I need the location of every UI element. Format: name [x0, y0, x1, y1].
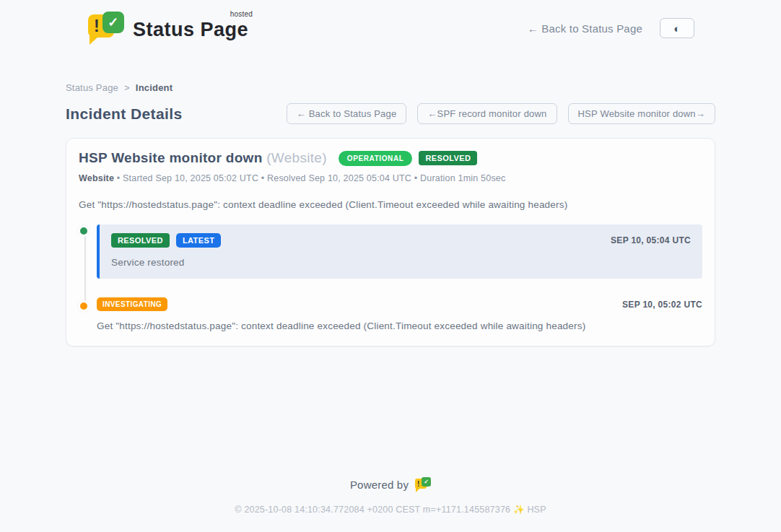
timeline-timestamp: SEP 10, 05:04 UTC	[611, 235, 691, 245]
theme-toggle-button[interactable]: ◐	[660, 18, 694, 38]
incident-title: HSP Website monitor down (Website)	[79, 150, 327, 166]
header: ! ✓ Status Page hosted ← Back to Status …	[0, 0, 781, 51]
incident-title-row: HSP Website monitor down (Website) OPERA…	[79, 150, 702, 166]
incident-card: HSP Website monitor down (Website) OPERA…	[66, 138, 715, 346]
timeline-entry-investigating: INVESTIGATING SEP 10, 05:02 UTC Get "htt…	[79, 297, 702, 331]
breadcrumb-separator: >	[124, 82, 130, 93]
status-bubble-icon: ! ✓	[87, 12, 124, 45]
copyright-brand: HSP	[527, 505, 546, 515]
timeline-dot-column	[79, 224, 97, 279]
brand-logo[interactable]: ! ✓ Status Page hosted	[87, 12, 248, 45]
timeline-entry-header: INVESTIGATING SEP 10, 05:02 UTC	[97, 297, 702, 311]
brand-wordmark: Status Page hosted	[133, 12, 248, 41]
resolved-badge: RESOLVED	[111, 233, 170, 248]
brand-name: Status Page	[133, 19, 248, 40]
status-bubble-icon[interactable]: ! ✓	[415, 477, 431, 492]
breadcrumb-status-page[interactable]: Status Page	[66, 82, 118, 93]
powered-by-label: Powered by	[350, 479, 409, 491]
previous-incident-button[interactable]: ←SPF record monitor down	[417, 103, 557, 124]
incident-badges: OPERATIONAL RESOLVED	[339, 151, 478, 166]
incident-timeline: RESOLVED LATEST SEP 10, 05:04 UTC Servic…	[79, 224, 702, 331]
meta-component: Website	[79, 173, 114, 183]
title-row: Incident Details ← Back to Status Page ←…	[66, 103, 715, 124]
powered-by: Powered by ! ✓	[0, 477, 781, 492]
timeline-message: Service restored	[111, 257, 691, 268]
timeline-timestamp: SEP 10, 05:02 UTC	[622, 300, 702, 310]
back-to-status-page-button[interactable]: ← Back to Status Page	[287, 103, 407, 124]
latest-badge: LATEST	[176, 233, 221, 248]
back-to-status-page-link[interactable]: ← Back to Status Page	[528, 22, 642, 35]
incident-name: HSP Website monitor down	[79, 150, 263, 165]
copyright-line: © 2025-10-08 14:10:34.772084 +0200 CEST …	[0, 504, 781, 515]
timeline-entry-header: RESOLVED LATEST SEP 10, 05:04 UTC	[111, 233, 691, 248]
header-actions: ← Back to Status Page ◐	[528, 18, 694, 38]
brand-hosted-label: hosted	[230, 10, 253, 18]
incident-nav: ← Back to Status Page ←SPF record monito…	[287, 103, 715, 124]
timeline-dot-column	[79, 297, 97, 331]
sparkles-icon: ✨	[513, 505, 525, 515]
green-dot-icon	[78, 225, 90, 237]
meta-details: • Started Sep 10, 2025 05:02 UTC • Resol…	[117, 173, 506, 183]
main-content: Status Page > Incident Incident Details …	[66, 82, 715, 346]
resolved-badge: RESOLVED	[419, 151, 477, 165]
timeline-entry-badges: INVESTIGATING	[97, 297, 167, 311]
check-icon: ✓	[102, 12, 124, 33]
investigating-badge: INVESTIGATING	[97, 297, 167, 311]
page-title: Incident Details	[66, 105, 183, 123]
footer: Powered by ! ✓ © 2025-10-08 14:10:34.772…	[0, 477, 781, 532]
timeline-message: Get "https://hostedstatus.page": context…	[97, 320, 702, 331]
breadcrumb: Status Page > Incident	[66, 82, 715, 93]
timeline-entry-content: INVESTIGATING SEP 10, 05:02 UTC Get "htt…	[97, 297, 702, 331]
timeline-entry-badges: RESOLVED LATEST	[111, 233, 221, 248]
timeline-entry-content: RESOLVED LATEST SEP 10, 05:04 UTC Servic…	[97, 224, 702, 279]
breadcrumb-incident: Incident	[136, 82, 173, 93]
check-icon: ✓	[422, 477, 431, 487]
incident-component: (Website)	[266, 150, 327, 165]
incident-meta: Website • Started Sep 10, 2025 05:02 UTC…	[79, 173, 702, 183]
incident-description: Get "https://hostedstatus.page": context…	[79, 199, 702, 210]
next-incident-button[interactable]: HSP Website monitor down→	[568, 103, 715, 124]
orange-dot-icon	[78, 300, 90, 312]
timeline-entry-resolved: RESOLVED LATEST SEP 10, 05:04 UTC Servic…	[79, 224, 702, 279]
copyright-text: © 2025-10-08 14:10:34.772084 +0200 CEST …	[235, 505, 510, 515]
operational-badge: OPERATIONAL	[339, 151, 413, 166]
half-circle-icon: ◐	[673, 23, 680, 34]
